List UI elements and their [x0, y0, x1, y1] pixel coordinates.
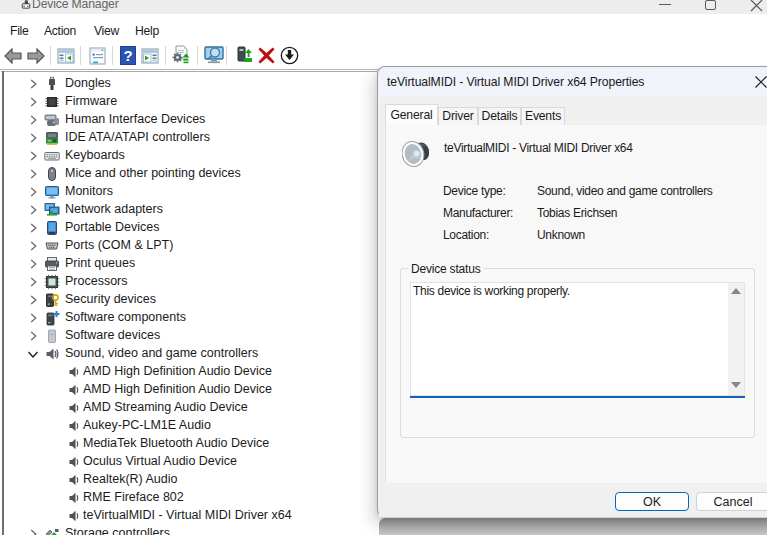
svg-text:?: ? [123, 47, 132, 64]
